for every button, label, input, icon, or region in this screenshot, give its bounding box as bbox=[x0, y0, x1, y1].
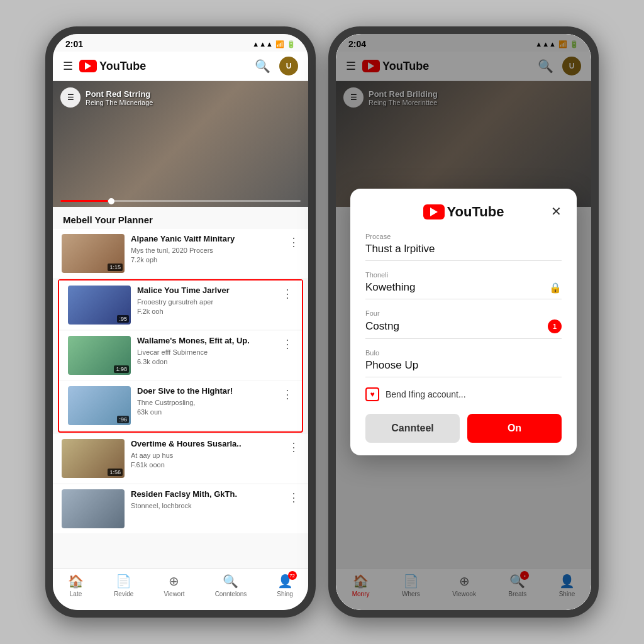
more-5[interactable]: ⋮ bbox=[288, 489, 299, 504]
progress-bar-left bbox=[60, 200, 301, 202]
video-item-5[interactable]: Residen Faclsy Mith, GkTh. Stonneel, loc… bbox=[53, 484, 308, 533]
avatar-left[interactable]: U bbox=[279, 57, 298, 75]
viewort-icon: ⊕ bbox=[169, 574, 179, 588]
lock-icon: 🔒 bbox=[549, 282, 562, 294]
highlighted-group: :95 Malice You Time Jarlver Frooestry gu… bbox=[58, 279, 303, 433]
thumb-4: 1:56 bbox=[62, 439, 125, 478]
modal-field-bulo: Bulo Phoose Up bbox=[365, 349, 562, 377]
header-icons-left: 🔍 U bbox=[255, 57, 298, 75]
bottom-nav-left: 🏠 Late 📄 Revide ⊕ Viewort 🔍 Conntelons bbox=[53, 568, 308, 610]
meta-1: Frooestry gursutreh aperF.2k ooh bbox=[137, 297, 275, 317]
more-1[interactable]: ⋮ bbox=[282, 286, 293, 301]
more-0[interactable]: ⋮ bbox=[288, 234, 299, 249]
conntelons-icon: 🔍 bbox=[223, 574, 238, 589]
duration-0: 1:15 bbox=[108, 264, 123, 271]
nav-shing[interactable]: 👤 72 Shing bbox=[277, 574, 293, 597]
signal-icon: ▲▲▲ bbox=[252, 40, 273, 48]
field-label-four: Four bbox=[365, 309, 562, 317]
hero-video-left[interactable]: ☰ Pont Red Strring Reing The Micneriage bbox=[53, 81, 308, 207]
phones-container: 2:01 ▲▲▲ 📶 🔋 ☰ YouTube 🔍 U bbox=[45, 26, 599, 618]
nav-label-viewort: Viewort bbox=[164, 591, 184, 597]
phone-left-screen: 2:01 ▲▲▲ 📶 🔋 ☰ YouTube 🔍 U bbox=[53, 34, 308, 610]
title-5: Residen Faclsy Mith, GkTh. bbox=[131, 489, 282, 500]
title-0: Alpane Yanic Vaitf Minitary bbox=[131, 234, 282, 245]
status-icons-left: ▲▲▲ 📶 🔋 bbox=[252, 40, 296, 48]
meta-2: Livecar efff Subirnence6.3k odon bbox=[137, 348, 275, 367]
hero-overlay-left: ☰ Pont Red Strring Reing The Micneriage bbox=[60, 87, 153, 108]
title-2: Wallame's Mones, Efit at, Up. bbox=[137, 336, 275, 347]
modal-header: YouTube ✕ bbox=[365, 204, 562, 220]
modal-overlay: YouTube ✕ Procase Thust a lrpitive Thone… bbox=[336, 34, 591, 610]
field-text-procase: Thust a lrpitive bbox=[365, 243, 435, 255]
nav-conntelons[interactable]: 🔍 Conntelons bbox=[215, 574, 247, 597]
duration-4: 1:56 bbox=[108, 469, 123, 476]
video-item-0[interactable]: 1:15 Alpane Yanic Vaitf Minitary Mys the… bbox=[53, 229, 308, 278]
video-item-4[interactable]: 1:56 Overtime & Houres Susarla.. At aay … bbox=[53, 434, 308, 483]
nav-label-late: Late bbox=[70, 591, 82, 597]
video-item-3[interactable]: :96 Doer Sive to the Hightar! Thne Custr… bbox=[59, 381, 302, 430]
modal-field-thoneli: Thoneli Kowething 🔒 bbox=[365, 271, 562, 299]
field-value-thoneli: Kowething 🔒 bbox=[365, 281, 562, 299]
nav-late[interactable]: 🏠 Late bbox=[68, 574, 84, 597]
youtube-text-left: YouTube bbox=[99, 60, 146, 73]
modal-yt-logo: YouTube bbox=[423, 204, 504, 220]
yt-logo-left: YouTube bbox=[79, 60, 248, 73]
home-icon-left: 🏠 bbox=[68, 574, 84, 589]
more-4[interactable]: ⋮ bbox=[288, 439, 299, 454]
thumb-1: :95 bbox=[68, 286, 131, 325]
modal-close-button[interactable]: ✕ bbox=[551, 204, 562, 219]
shing-badge: 72 bbox=[288, 571, 297, 580]
more-2[interactable]: ⋮ bbox=[282, 336, 293, 351]
field-value-procase: Thust a lrpitive bbox=[365, 243, 562, 261]
revide-icon: 📄 bbox=[116, 574, 131, 589]
field-text-bulo: Phoose Up bbox=[365, 359, 418, 372]
modal-checkbox[interactable]: ♥ bbox=[365, 387, 379, 401]
info-4: Overtime & Houres Susarla.. At aay up hu… bbox=[131, 439, 282, 470]
video-list-left: 1:15 Alpane Yanic Vaitf Minitary Mys the… bbox=[53, 229, 308, 568]
hero-text-left: Pont Red Strring Reing The Micneriage bbox=[86, 89, 153, 106]
video-item-1[interactable]: :95 Malice You Time Jarlver Frooestry gu… bbox=[59, 280, 302, 330]
youtube-header-left: ☰ YouTube 🔍 U bbox=[53, 52, 308, 81]
info-2: Wallame's Mones, Efit at, Up. Livecar ef… bbox=[137, 336, 275, 367]
search-icon-left[interactable]: 🔍 bbox=[255, 58, 270, 74]
checkbox-label: Bend Ifing account... bbox=[386, 389, 466, 399]
field-value-bulo: Phoose Up bbox=[365, 359, 562, 377]
meta-0: Mys the tunl, 2020 Procers7.2k oph bbox=[131, 246, 282, 265]
channel-icon-left: ☰ bbox=[60, 87, 80, 108]
field-text-thoneli: Kowething bbox=[365, 281, 415, 294]
video-item-2[interactable]: 1:98 Wallame's Mones, Efit at, Up. Livec… bbox=[59, 331, 302, 380]
thumb-5 bbox=[62, 489, 125, 528]
hero-sub-left: Reing The Micneriage bbox=[86, 99, 153, 106]
field-text-four: Costng bbox=[365, 320, 399, 333]
shing-badge-container: 👤 72 bbox=[277, 574, 293, 589]
phone-right: 2:04 ▲▲▲ 📶 🔋 ☰ YouTube 🔍 U bbox=[328, 26, 599, 618]
status-bar-left: 2:01 ▲▲▲ 📶 🔋 bbox=[53, 34, 308, 52]
phone-right-screen: 2:04 ▲▲▲ 📶 🔋 ☰ YouTube 🔍 U bbox=[336, 34, 591, 610]
field-value-four: Costng 1 bbox=[365, 319, 562, 339]
info-0: Alpane Yanic Vaitf Minitary Mys the tunl… bbox=[131, 234, 282, 265]
modal-youtube-text: YouTube bbox=[447, 204, 504, 220]
modal-youtube-icon bbox=[423, 204, 445, 219]
field-label-thoneli: Thoneli bbox=[365, 271, 562, 279]
youtube-icon-left bbox=[79, 60, 97, 72]
nav-label-conntelons: Conntelons bbox=[215, 591, 247, 597]
nav-revide[interactable]: 📄 Revide bbox=[114, 574, 133, 597]
duration-3: :96 bbox=[117, 416, 129, 423]
battery-icon: 🔋 bbox=[287, 40, 296, 48]
hamburger-icon-left[interactable]: ☰ bbox=[63, 59, 73, 73]
meta-4: At aay up husF.61k ooon bbox=[131, 451, 282, 470]
title-1: Malice You Time Jarlver bbox=[137, 286, 275, 296]
more-3[interactable]: ⋮ bbox=[282, 386, 293, 401]
heart-icon: ♥ bbox=[370, 390, 374, 399]
cancel-button[interactable]: Cannteel bbox=[365, 414, 460, 443]
wifi-icon: 📶 bbox=[275, 40, 284, 48]
confirm-button[interactable]: On bbox=[467, 414, 562, 443]
modal-checkbox-row[interactable]: ♥ Bend Ifing account... bbox=[365, 387, 562, 401]
field-badge-four: 1 bbox=[548, 319, 562, 333]
thumb-0: 1:15 bbox=[62, 234, 125, 273]
meta-3: Thne Custrposling,63k oun bbox=[137, 398, 275, 418]
nav-label-revide: Revide bbox=[114, 591, 133, 597]
nav-viewort[interactable]: ⊕ Viewort bbox=[164, 574, 184, 597]
section-title-left: Mebell Your Planner bbox=[53, 207, 308, 229]
modal-field-four: Four Costng 1 bbox=[365, 309, 562, 339]
